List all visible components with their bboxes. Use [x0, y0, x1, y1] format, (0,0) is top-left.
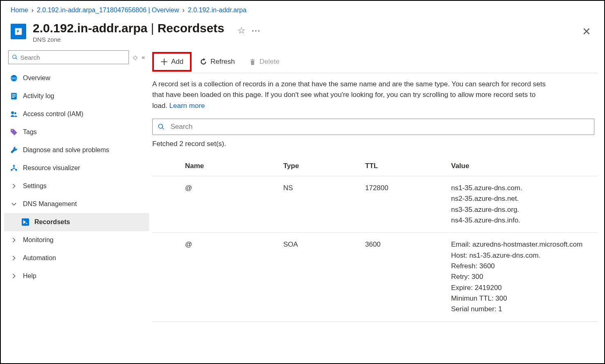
wrench-icon	[10, 146, 18, 154]
dns-zone-icon	[11, 24, 26, 39]
expand-collapse-icon[interactable]: ◇	[133, 54, 138, 61]
people-icon	[10, 110, 18, 118]
chevron-down-icon	[10, 201, 18, 207]
sidebar-item-label: Overview	[23, 74, 50, 82]
sidebar-item-label: Access control (IAM)	[23, 110, 84, 118]
sidebar-section-monitoring[interactable]: Monitoring	[4, 231, 149, 249]
svg-rect-4	[12, 96, 16, 97]
col-checkbox	[152, 156, 181, 176]
log-icon	[10, 92, 18, 100]
globe-icon: DNS	[10, 74, 18, 82]
more-icon[interactable]: ⋯	[251, 25, 260, 36]
tag-icon	[10, 128, 18, 136]
resource-type: DNS zone	[33, 36, 224, 43]
close-button[interactable]: ✕	[582, 25, 591, 38]
cell-ttl: 3600	[361, 233, 447, 321]
svg-point-6	[11, 111, 14, 114]
sidebar-item-tags[interactable]: Tags	[4, 123, 149, 141]
search-icon	[158, 123, 165, 130]
cell-name: @	[181, 176, 279, 233]
sidebar-section-label: Settings	[23, 182, 47, 190]
col-value[interactable]: Value	[447, 156, 598, 176]
col-type[interactable]: Type	[279, 156, 361, 176]
sidebar-item-recordsets[interactable]: Recordsets	[4, 213, 149, 231]
sidebar-section-label: Automation	[23, 254, 56, 262]
sidebar-item-label: Activity log	[23, 92, 54, 100]
table-row[interactable]: @NS172800ns1-35.azure-dns.com. ns2-35.az…	[152, 176, 598, 233]
sidebar-item-label: Tags	[23, 128, 37, 136]
visualizer-icon	[10, 164, 18, 172]
cell-value: ns1-35.azure-dns.com. ns2-35.azure-dns.n…	[447, 176, 598, 233]
sidebar-section-label: Monitoring	[23, 236, 54, 244]
recordset-search[interactable]	[152, 119, 594, 135]
plus-icon	[160, 58, 168, 65]
description: A record set is a collection of records …	[152, 73, 553, 119]
add-label: Add	[171, 58, 183, 66]
col-name[interactable]: Name	[181, 156, 279, 176]
delete-button: Delete	[243, 55, 285, 68]
sidebar-item-label: Resource visualizer	[23, 164, 80, 172]
sidebar-section-label: Help	[23, 272, 36, 280]
sidebar-section-settings[interactable]: Settings	[4, 177, 149, 195]
sidebar-item-overview[interactable]: DNS Overview	[4, 69, 149, 87]
sidebar-section-label: DNS Management	[23, 200, 77, 208]
refresh-icon	[200, 58, 207, 65]
sidebar-item-label: Recordsets	[34, 218, 70, 226]
recordset-icon	[21, 218, 29, 226]
sidebar-search-input[interactable]	[20, 54, 125, 61]
sidebar-item-label: Diagnose and solve problems	[23, 146, 109, 154]
add-button[interactable]: Add	[152, 52, 192, 72]
breadcrumb-overview[interactable]: 2.0.192.in-addr.arpa_1718047656806 | Ove…	[37, 7, 179, 14]
svg-text:DNS: DNS	[11, 77, 17, 80]
refresh-button[interactable]: Refresh	[194, 55, 241, 68]
svg-rect-3	[12, 94, 16, 95]
svg-point-7	[14, 112, 16, 114]
chevron-right-icon: ›	[32, 7, 34, 14]
col-ttl[interactable]: TTL	[361, 156, 447, 176]
table-row[interactable]: @SOA3600Email: azuredns-hostmaster.micro…	[152, 233, 598, 321]
trash-icon	[249, 58, 256, 65]
chevron-right-icon	[10, 273, 18, 279]
cell-value: Email: azuredns-hostmaster.microsoft.com…	[447, 233, 598, 321]
search-icon	[12, 54, 18, 61]
breadcrumb-home[interactable]: Home	[11, 7, 28, 14]
cell-type: NS	[279, 176, 361, 233]
chevron-right-icon: ›	[183, 7, 185, 14]
collapse-sidebar-icon[interactable]: «	[142, 54, 145, 61]
cell-type: SOA	[279, 233, 361, 321]
recordset-search-input[interactable]	[170, 123, 589, 131]
page-header: 2.0.192.in-addr.arpa | Recordsets DNS zo…	[1, 17, 604, 50]
fetched-count: Fetched 2 record set(s).	[152, 135, 598, 156]
svg-rect-5	[12, 97, 15, 98]
svg-point-8	[13, 165, 15, 167]
sidebar-item-activity-log[interactable]: Activity log	[4, 87, 149, 105]
delete-label: Delete	[260, 58, 280, 66]
recordset-table: Name Type TTL Value @NS172800ns1-35.azur…	[152, 156, 598, 322]
breadcrumb-zone[interactable]: 2.0.192.in-addr.arpa	[188, 7, 246, 14]
sidebar-section-help[interactable]: Help	[4, 267, 149, 285]
sidebar-search[interactable]	[8, 50, 129, 64]
sidebar-item-access-control[interactable]: Access control (IAM)	[4, 105, 149, 123]
favorite-icon[interactable]: ☆	[237, 25, 246, 36]
toolbar: Add Refresh Delete	[152, 50, 598, 73]
learn-more-link[interactable]: Learn more	[169, 102, 205, 110]
chevron-right-icon	[10, 237, 18, 243]
refresh-label: Refresh	[210, 58, 235, 66]
sidebar-section-automation[interactable]: Automation	[4, 249, 149, 267]
chevron-right-icon	[10, 255, 18, 261]
sidebar: ◇ « DNS Overview Activity log Access con…	[1, 50, 152, 322]
sidebar-item-resource-visualizer[interactable]: Resource visualizer	[4, 159, 149, 177]
sidebar-section-dns[interactable]: DNS Management	[4, 195, 149, 213]
breadcrumb: Home › 2.0.192.in-addr.arpa_171804765680…	[1, 1, 604, 17]
sidebar-item-diagnose[interactable]: Diagnose and solve problems	[4, 141, 149, 159]
page-title: 2.0.192.in-addr.arpa | Recordsets	[33, 21, 224, 35]
main-content: Add Refresh Delete A record set is a col…	[152, 50, 604, 322]
cell-ttl: 172800	[361, 176, 447, 233]
cell-name: @	[181, 233, 279, 321]
chevron-right-icon	[10, 183, 18, 189]
